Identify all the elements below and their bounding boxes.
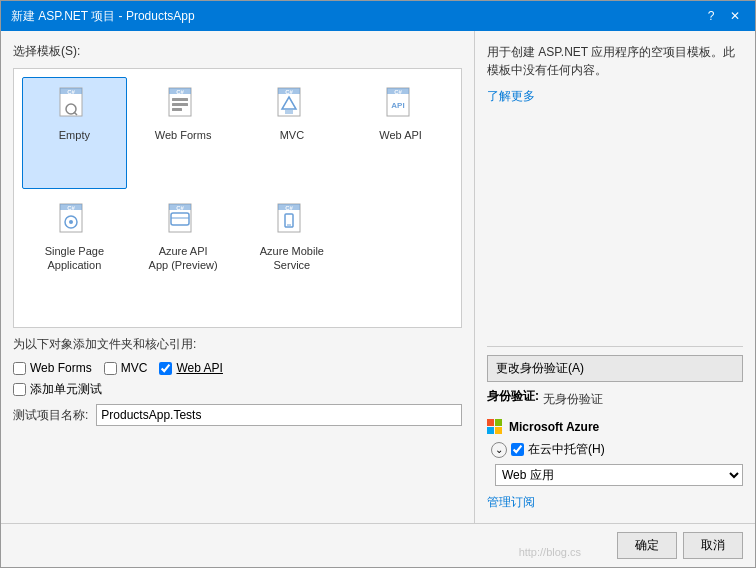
svg-text:C#: C# [285,205,293,211]
dialog-title: 新建 ASP.NET 项目 - ProductsApp [11,8,195,25]
title-bar-buttons: ? ✕ [701,6,745,26]
svg-text:API: API [391,101,404,110]
web-app-select[interactable]: Web 应用 [495,464,743,486]
template-empty[interactable]: C# Empty [22,77,127,189]
svg-rect-37 [487,427,494,434]
template-webforms-label: Web Forms [155,128,212,142]
webapi-checkbox-label: Web API [176,361,222,375]
azure-expand-btn[interactable]: ⌄ [491,442,507,458]
svg-rect-8 [172,98,188,101]
auth-row: 身份验证: 无身份验证 [487,388,743,411]
template-webapi-label: Web API [379,128,422,142]
description-text: 用于创建 ASP.NET 应用程序的空项目模板。此模板中没有任何内容。 [487,43,743,79]
test-project-row: 测试项目名称: [13,404,462,426]
azure-hosted-label: 在云中托管(H) [528,441,605,458]
svg-rect-36 [495,419,502,426]
learn-more-link[interactable]: 了解更多 [487,89,535,103]
webapi-checkbox-item[interactable]: Web API [159,361,222,375]
svg-text:C#: C# [68,205,76,211]
svg-rect-15 [285,110,293,114]
cancel-button[interactable]: 取消 [683,532,743,559]
svg-text:C#: C# [394,89,402,95]
description-box: 用于创建 ASP.NET 应用程序的空项目模板。此模板中没有任何内容。 了解更多 [487,43,743,338]
svg-rect-35 [487,419,494,426]
test-project-label: 测试项目名称: [13,407,88,424]
title-bar: 新建 ASP.NET 项目 - ProductsApp ? ✕ [1,1,755,31]
right-panel: 用于创建 ASP.NET 应用程序的空项目模板。此模板中没有任何内容。 了解更多… [475,31,755,523]
template-azureapi[interactable]: C# Azure APIApp (Preview) [131,193,236,319]
template-empty-label: Empty [59,128,90,142]
auth-button[interactable]: 更改身份验证(A) [487,355,743,382]
webforms-checkbox-label: Web Forms [30,361,92,375]
webforms-checkbox[interactable] [13,362,26,375]
dialog: 新建 ASP.NET 项目 - ProductsApp ? ✕ 选择模板(S):… [0,0,756,568]
help-button[interactable]: ? [701,6,721,26]
watermark: http://blog.cs [519,546,581,558]
dialog-footer: http://blog.cs 确定 取消 [1,523,755,567]
template-spa-label: Single PageApplication [45,244,104,273]
template-webapi-icon: C# API [381,84,421,124]
svg-text:C#: C# [176,205,184,211]
manage-link[interactable]: 管理订阅 [487,495,535,509]
azure-label: Microsoft Azure [509,420,599,434]
svg-text:C#: C# [285,89,293,95]
azure-hosted-item[interactable]: 在云中托管(H) [511,441,605,458]
template-spa[interactable]: C# Single PageApplication [22,193,127,319]
template-azuremobile-label: Azure MobileService [260,244,324,273]
svg-text:C#: C# [68,89,76,95]
templates-grid: C# Empty C# [13,68,462,328]
svg-rect-38 [495,427,502,434]
checkboxes-row: Web Forms MVC Web API [13,361,462,375]
unit-test-row: 添加单元测试 [13,381,462,398]
svg-rect-10 [172,108,182,111]
svg-rect-9 [172,103,188,106]
dialog-body: 选择模板(S): C# Empty [1,31,755,523]
unit-test-checkbox[interactable] [13,383,26,396]
template-azuremobile[interactable]: C# Azure MobileService [240,193,345,319]
template-azuremobile-icon: C# [272,200,312,240]
template-mvc-icon: C# [272,84,312,124]
auth-label: 身份验证: [487,388,539,405]
section-label: 选择模板(S): [13,43,462,60]
web-app-dropdown: Web 应用 [495,464,743,486]
svg-point-24 [69,220,73,224]
mvc-checkbox-label: MVC [121,361,148,375]
template-webapi[interactable]: C# API Web API [348,77,453,189]
azure-header: Microsoft Azure [487,419,743,435]
ok-button[interactable]: 确定 [617,532,677,559]
azure-logo-icon [487,419,503,435]
left-bottom: 为以下对象添加文件夹和核心引用: Web Forms MVC Web API [13,328,462,426]
azure-section: Microsoft Azure ⌄ 在云中托管(H) Web 应用 [487,419,743,511]
mvc-checkbox-item[interactable]: MVC [104,361,148,375]
auth-value: 无身份验证 [543,391,603,408]
template-mvc[interactable]: C# MVC [240,77,345,189]
azure-hosted-checkbox[interactable] [511,443,524,456]
left-panel: 选择模板(S): C# Empty [1,31,475,523]
svg-text:C#: C# [176,89,184,95]
azure-hosted-row: ⌄ 在云中托管(H) [491,441,743,458]
template-azureapi-label: Azure APIApp (Preview) [149,244,218,273]
webapi-checkbox[interactable] [159,362,172,375]
auth-section: 更改身份验证(A) 身份验证: 无身份验证 Microsof [487,346,743,511]
add-folders-label: 为以下对象添加文件夹和核心引用: [13,336,462,353]
template-spa-icon: C# [54,200,94,240]
template-webforms[interactable]: C# Web Forms [131,77,236,189]
mvc-checkbox[interactable] [104,362,117,375]
template-empty-icon: C# [54,84,94,124]
webforms-checkbox-item[interactable]: Web Forms [13,361,92,375]
close-button[interactable]: ✕ [725,6,745,26]
unit-test-checkbox-item[interactable]: 添加单元测试 [13,381,102,398]
template-azureapi-icon: C# [163,200,203,240]
template-mvc-label: MVC [280,128,304,142]
unit-test-label: 添加单元测试 [30,381,102,398]
template-webforms-icon: C# [163,84,203,124]
test-project-input[interactable] [96,404,462,426]
